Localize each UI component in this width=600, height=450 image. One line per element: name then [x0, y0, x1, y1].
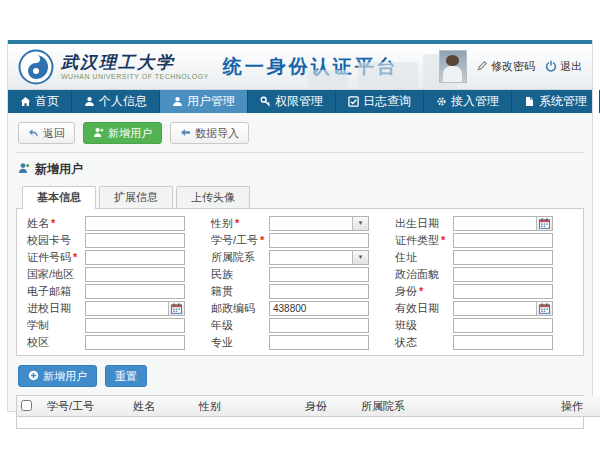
user-table: 学号/工号姓名性别身份所属院系操作	[16, 395, 584, 429]
field-native-place: 籍贯	[211, 283, 395, 299]
id-type-input[interactable]	[453, 233, 553, 248]
field-schooling-length: 学制	[27, 317, 211, 333]
field-grade: 年级	[211, 317, 395, 333]
tab-basic-info[interactable]: 基本信息	[22, 186, 96, 209]
nav-item-label: 用户管理	[187, 93, 235, 110]
major-input[interactable]	[269, 335, 369, 350]
field-class: 班级	[395, 317, 579, 333]
table-header-5: 操作	[557, 396, 600, 417]
status-label: 状态	[395, 335, 453, 350]
department-dropdown-button[interactable]: ▼	[352, 251, 368, 264]
political-status-label: 政治面貌	[395, 267, 453, 282]
back-button[interactable]: 返回	[18, 122, 75, 144]
field-address: 住址	[395, 249, 579, 265]
field-country: 国家/地区	[27, 266, 211, 282]
field-postal-code: 邮政编码	[211, 300, 395, 316]
add-user-section-icon	[18, 162, 30, 177]
country-label: 国家/地区	[27, 267, 85, 282]
political-status-input[interactable]	[453, 267, 553, 282]
empty-cell	[17, 417, 600, 429]
nav-item-label: 个人信息	[99, 93, 147, 110]
building-watermark	[308, 70, 348, 90]
nav-item-home[interactable]: 首页	[8, 90, 72, 113]
university-name: 武汉理工大学	[61, 54, 209, 71]
main-nav: 首页个人信息用户管理权限管理日志查询接入管理系统管理订阅管理	[8, 90, 592, 113]
student-id-input[interactable]	[269, 233, 369, 248]
postal-code-input[interactable]	[269, 301, 369, 316]
field-entry-date: 进校日期	[27, 300, 211, 316]
select-all-checkbox[interactable]	[21, 400, 32, 411]
gear-icon	[436, 96, 447, 107]
nav-item-user-management[interactable]: 用户管理	[160, 90, 248, 113]
department-label: 所属院系	[211, 250, 269, 265]
nav-item-system-management[interactable]: 系统管理	[512, 90, 600, 113]
change-password-button[interactable]: 修改密码	[477, 59, 535, 74]
nav-item-label: 系统管理	[539, 93, 587, 110]
tab-extended-info[interactable]: 扩展信息	[99, 186, 173, 208]
reset-button[interactable]: 重置	[105, 365, 147, 387]
table-header-1: 姓名	[129, 396, 195, 417]
nav-item-permission-management[interactable]: 权限管理	[248, 90, 336, 113]
class-input[interactable]	[453, 318, 553, 333]
native-place-input[interactable]	[269, 284, 369, 299]
import-arrow-icon	[180, 127, 191, 140]
building-watermark	[358, 62, 418, 90]
campus-card-input[interactable]	[85, 233, 185, 248]
grade-input[interactable]	[269, 318, 369, 333]
university-name-en: WUHAN UNIVERSITY OF TECHNOLOGY	[61, 73, 209, 80]
required-asterisk: *	[419, 285, 423, 297]
schooling-length-input[interactable]	[85, 318, 185, 333]
field-status: 状态	[395, 334, 579, 350]
back-arrow-icon	[28, 127, 39, 140]
gender-dropdown-button[interactable]: ▼	[352, 217, 368, 230]
status-input[interactable]	[453, 335, 553, 350]
field-ethnicity: 民族	[211, 266, 395, 282]
nav-item-personal-info[interactable]: 个人信息	[72, 90, 160, 113]
basic-info-panel: 姓名*性别*▼出生日期校园卡号学号/工号*证件类型*证件号码*所属院系▼住址国家…	[16, 208, 584, 356]
grade-label: 年级	[211, 318, 269, 333]
field-email: 电子邮箱	[27, 283, 211, 299]
campus-input[interactable]	[85, 335, 185, 350]
name-input[interactable]	[85, 216, 185, 231]
university-logo	[18, 49, 54, 85]
user-form-grid: 姓名*性别*▼出生日期校园卡号学号/工号*证件类型*证件号码*所属院系▼住址国家…	[27, 215, 579, 350]
email-input[interactable]	[85, 284, 185, 299]
data-import-button[interactable]: 数据导入	[170, 122, 249, 144]
valid-date-calendar-icon[interactable]	[536, 302, 552, 315]
tab-upload-avatar[interactable]: 上传头像	[176, 186, 250, 208]
country-input[interactable]	[85, 267, 185, 282]
birth-date-calendar-icon[interactable]	[536, 217, 552, 230]
avatar[interactable]	[439, 50, 467, 83]
postal-code-label: 邮政编码	[211, 301, 269, 316]
field-gender: 性别*▼	[211, 215, 395, 231]
entry-date-calendar-icon[interactable]	[168, 302, 184, 315]
major-label: 专业	[211, 335, 269, 350]
table-header-row: 学号/工号姓名性别身份所属院系操作	[17, 396, 600, 417]
nav-item-label: 接入管理	[451, 93, 499, 110]
section-title: 新增用户	[16, 153, 584, 185]
user-icon	[84, 96, 95, 107]
logout-button[interactable]: 退出	[545, 59, 582, 74]
submit-add-user-button[interactable]: 新增用户	[18, 365, 97, 387]
gender-label: 性别*	[211, 216, 269, 231]
ethnicity-input[interactable]	[269, 267, 369, 282]
add-user-icon	[93, 127, 104, 140]
header-right: 修改密码 退出	[439, 50, 582, 83]
campus-card-label: 校园卡号	[27, 233, 85, 248]
toolbar: 返回 新增用户 数据导入	[16, 120, 584, 153]
identity-input[interactable]	[453, 284, 553, 299]
add-user-toolbar-button[interactable]: 新增用户	[83, 122, 162, 144]
address-input[interactable]	[453, 250, 553, 265]
header: 武汉理工大学 WUHAN UNIVERSITY OF TECHNOLOGY 统一…	[8, 44, 592, 90]
nav-item-access-management[interactable]: 接入管理	[424, 90, 512, 113]
form-buttons: 新增用户 重置	[16, 356, 584, 395]
nav-item-label: 首页	[35, 93, 59, 110]
id-number-input[interactable]	[85, 250, 185, 265]
nav-item-log-query[interactable]: 日志查询	[336, 90, 424, 113]
check-square-icon	[348, 96, 359, 107]
nav-item-label: 权限管理	[275, 93, 323, 110]
identity-label: 身份*	[395, 284, 453, 299]
key-icon	[260, 96, 271, 107]
user-icon	[172, 96, 183, 107]
field-id-number: 证件号码*	[27, 249, 211, 265]
